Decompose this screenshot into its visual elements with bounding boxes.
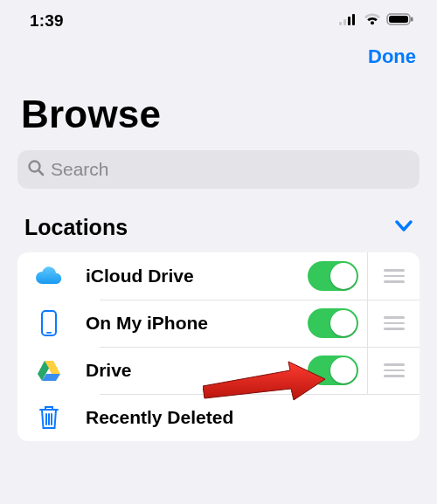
- drag-handle-icon[interactable]: [384, 269, 405, 283]
- search-input[interactable]: [51, 159, 411, 180]
- svg-rect-2: [348, 17, 350, 25]
- svg-rect-3: [352, 14, 355, 25]
- battery-icon: [386, 13, 414, 29]
- search-field[interactable]: [17, 150, 420, 189]
- list-item: iCloud Drive: [17, 252, 420, 300]
- row-label-icloud: iCloud Drive: [68, 266, 299, 287]
- svg-rect-0: [339, 22, 342, 25]
- search-icon: [26, 158, 51, 181]
- locations-label: Locations: [24, 215, 128, 240]
- svg-rect-1: [343, 19, 346, 25]
- drag-handle-icon[interactable]: [384, 363, 405, 377]
- svg-line-9: [38, 170, 43, 175]
- svg-rect-11: [46, 332, 52, 334]
- status-time: 1:39: [30, 11, 64, 31]
- icloud-icon: [34, 261, 64, 291]
- page-title: Browse: [0, 68, 437, 147]
- list-item: On My iPhone: [17, 300, 420, 347]
- drag-handle-icon[interactable]: [384, 316, 405, 330]
- row-label-drive: Drive: [68, 360, 299, 381]
- status-bar: 1:39: [0, 0, 437, 38]
- status-icons: [339, 13, 414, 29]
- list-item: Recently Deleted: [17, 394, 420, 441]
- locations-header[interactable]: Locations: [0, 189, 437, 249]
- locations-list: iCloud Drive On My iPhone: [17, 252, 420, 441]
- wifi-icon: [364, 13, 381, 29]
- toggle-icloud[interactable]: [308, 261, 358, 291]
- toggle-drive[interactable]: [308, 356, 358, 385]
- toggle-phone[interactable]: [308, 308, 358, 338]
- svg-rect-7: [411, 17, 413, 22]
- google-drive-icon: [34, 356, 64, 385]
- iphone-icon: [34, 308, 64, 338]
- done-button[interactable]: Done: [368, 45, 416, 68]
- nav-bar: Done: [0, 38, 437, 68]
- svg-point-4: [371, 21, 374, 24]
- svg-rect-6: [389, 16, 408, 23]
- cellular-icon: [339, 13, 358, 29]
- chevron-down-icon: [395, 220, 413, 236]
- svg-rect-10: [42, 311, 56, 335]
- row-label-trash: Recently Deleted: [68, 407, 420, 428]
- row-label-phone: On My iPhone: [68, 313, 299, 334]
- list-item: Drive: [17, 347, 420, 394]
- trash-icon: [34, 403, 64, 432]
